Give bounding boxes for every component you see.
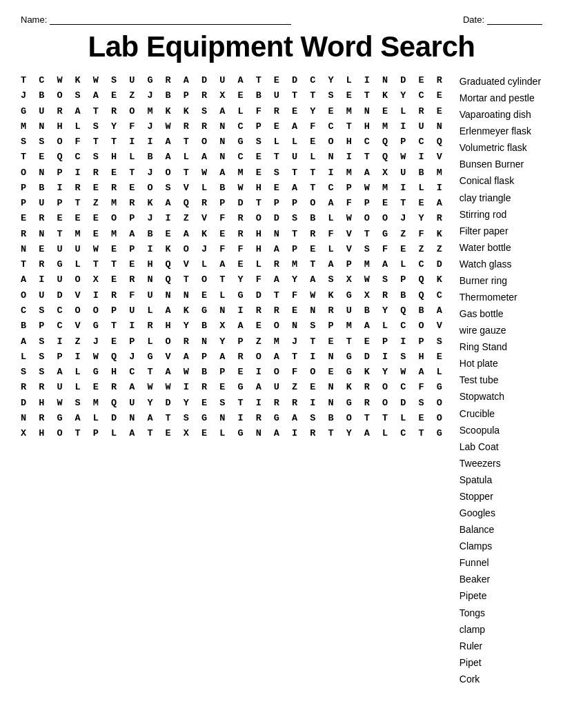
date-label: Date: <box>463 14 484 25</box>
grid-row: O N P I R E T J O T W A M E S T T I M A … <box>21 165 446 181</box>
grid-row: S S O F T T I I A T O N G S L L E O H C … <box>21 134 446 150</box>
word-list-item: clay triangle <box>460 190 541 206</box>
word-list-item: Erlenmeyer flask <box>460 123 541 139</box>
grid-row: P B I R E R E O S V L B W H E A T C P W … <box>21 181 446 196</box>
grid-row: C S C O O P U L A K G N I R R E N R U B … <box>21 303 446 318</box>
grid-row: T E Q C S H L B A L A N C E T U L N I T … <box>21 150 446 165</box>
word-list-item: Tongs <box>460 605 541 621</box>
word-list-item: Tweezers <box>460 455 541 472</box>
grid-row: N E U U W E P I K O J F F H A P E L V S … <box>21 242 446 257</box>
word-list-item: Funnel <box>460 554 541 571</box>
lab-equipment-svg <box>137 694 426 728</box>
word-list-item: Beaker <box>460 571 541 587</box>
page-title: Lab Equipment Word Search <box>21 30 542 63</box>
word-list-item: Volumetric flask <box>460 139 541 156</box>
word-list-item: Hot plate <box>460 355 541 372</box>
name-field: Name: <box>21 14 291 25</box>
word-list-item: Thermometer <box>460 289 541 305</box>
grid-row: L S P I W Q J G V A P A R O A T I N G D … <box>21 350 446 365</box>
word-list-item: Test tube <box>460 372 541 388</box>
word-list-item: Cork <box>460 671 541 687</box>
grid-row: P U P T Z M R K A Q R P D T P P O A F P … <box>21 196 446 211</box>
header: Name: Date: <box>21 14 542 25</box>
grid-row: R R U L E R A W W I R E G A U Z E N K R … <box>21 380 446 395</box>
date-field: Date: <box>463 14 542 25</box>
grid-row: J B O S A E Z J B P R X E B U T T S E T … <box>21 88 446 103</box>
word-list-item: Mortar and pestle <box>460 90 541 106</box>
grid-row: E R E E E O P J I Z V F R O D S B L W O … <box>21 211 446 226</box>
word-list-item: Stopper <box>460 488 541 505</box>
word-list-item: Water bottle <box>460 239 541 256</box>
grid-row: B P C V G T I R H Y B X A E O N S P M A … <box>21 318 446 334</box>
grid-row: R N T M E M A B E A K E R H N T R F V T … <box>21 227 446 242</box>
grid-row: O U D V I R F U N N E L G D T F W K G X … <box>21 288 446 303</box>
word-list-item: Gas bottle <box>460 305 541 322</box>
word-list-item: Spatula <box>460 472 541 488</box>
word-list-item: Balance <box>460 521 541 538</box>
grid-row: N R G A L D N A T S G N I R G A S B O T … <box>21 411 446 426</box>
main-content: T C W K W S U G R A D U A T E D C Y L I … <box>21 73 542 687</box>
grid-row: G U R A T R O M K K S A L F R E Y E M N … <box>21 104 446 119</box>
word-search-grid: T C W K W S U G R A D U A T E D C Y L I … <box>21 73 446 687</box>
word-list-item: Ring Stand <box>460 338 541 355</box>
grid-row: X H O T P L A T E X E L G N A I R T Y A … <box>21 426 446 441</box>
grid-row: T C W K W S U G R A D U A T E D C Y L I … <box>21 73 446 88</box>
word-list-item: Filter paper <box>460 223 541 239</box>
word-list-item: Lab Coat <box>460 438 541 455</box>
grid-row: D H W S M Q U Y D Y E S T I R R I N G R … <box>21 396 446 411</box>
word-list-item: Stirring rod <box>460 206 541 223</box>
word-list-item: Crucible <box>460 405 541 422</box>
word-list-item: Burner ring <box>460 272 541 289</box>
word-list-item: Scoopula <box>460 422 541 438</box>
word-list-item: Bunsen Burner <box>460 156 541 172</box>
name-underline <box>50 14 291 25</box>
grid-row: T R G L T T E H Q V L A E L R M T A P M … <box>21 257 446 272</box>
word-list-item: wire gauze <box>460 322 541 338</box>
word-list-item: Ruler <box>460 638 541 654</box>
word-list-item: Graduated cylinder <box>460 73 541 90</box>
name-label: Name: <box>21 14 47 25</box>
grid-row: S S A L G H C T A W B P E I O F O E G K … <box>21 365 446 380</box>
word-list-item: Pipete <box>460 587 541 604</box>
grid-row: A I U O X E R N Q T O T Y F A Y A S X W … <box>21 272 446 287</box>
word-list-item: Watch glass <box>460 256 541 272</box>
word-list-item: clamp <box>460 621 541 638</box>
word-list-item: Pipet <box>460 654 541 671</box>
word-list-item: Googles <box>460 505 541 521</box>
word-list-item: Conical flask <box>460 172 541 189</box>
grid-row: M N H L S Y F J W R R N C P E A F C T H … <box>21 119 446 134</box>
grid-row: A S I Z J E P L O R N Y P Z M J T E T E … <box>21 334 446 350</box>
date-underline <box>487 14 542 25</box>
bottom-illustration <box>21 694 542 728</box>
word-list: Graduated cylinderMortar and pestleVapar… <box>453 73 541 687</box>
word-list-item: Clamps <box>460 538 541 554</box>
word-list-item: Vaparoating dish <box>460 106 541 123</box>
word-list-item: Stopwatch <box>460 388 541 405</box>
